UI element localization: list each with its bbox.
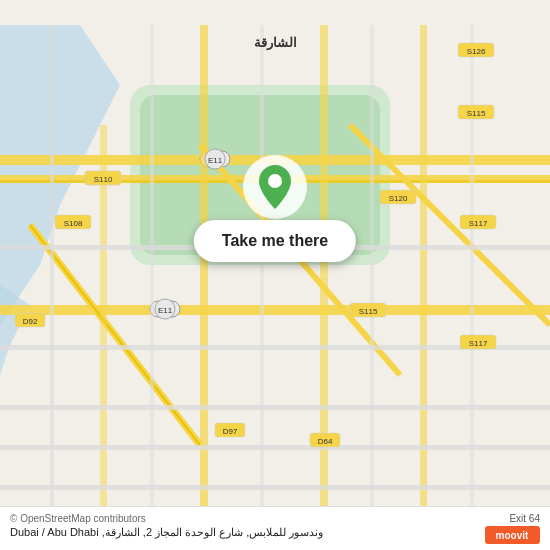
svg-rect-22: [0, 405, 550, 410]
map-container: S126 S115 S110 S108 S120 S117 S115 S117 …: [0, 0, 550, 550]
svg-text:S117: S117: [469, 339, 488, 348]
exit-badge: Exit 64: [509, 513, 540, 524]
svg-text:S115: S115: [467, 109, 486, 118]
svg-text:E11: E11: [158, 306, 173, 315]
svg-rect-29: [470, 25, 474, 525]
map-pin: [243, 155, 307, 219]
svg-rect-26: [150, 25, 154, 525]
pin-background: [243, 155, 307, 219]
svg-text:S120: S120: [389, 194, 408, 203]
map-background: S126 S115 S110 S108 S120 S117 S115 S117 …: [0, 0, 550, 550]
moovit-logo: moovit: [485, 526, 540, 544]
svg-point-57: [268, 174, 282, 188]
location-arabic: وندسور للملابس, شارع الوحدة المجاز 2, ال…: [10, 526, 323, 539]
svg-rect-25: [50, 25, 54, 525]
svg-text:S115: S115: [359, 307, 378, 316]
svg-text:S110: S110: [94, 175, 113, 184]
bottom-bar: © OpenStreetMap contributors وندسور للمل…: [0, 506, 550, 550]
svg-text:moovit: moovit: [496, 530, 529, 541]
svg-rect-23: [0, 445, 550, 450]
svg-text:الشارقة: الشارقة: [254, 35, 297, 51]
svg-text:D97: D97: [223, 427, 238, 436]
svg-rect-28: [370, 25, 374, 525]
svg-text:E11: E11: [208, 156, 223, 165]
svg-rect-24: [0, 485, 550, 490]
attribution-text: © OpenStreetMap contributors: [10, 513, 323, 524]
svg-rect-27: [260, 25, 264, 525]
svg-text:S108: S108: [64, 219, 83, 228]
svg-text:D92: D92: [23, 317, 38, 326]
take-me-there-button[interactable]: Take me there: [194, 220, 356, 262]
pin-shape: [257, 165, 293, 209]
svg-text:S126: S126: [467, 47, 486, 56]
svg-rect-10: [0, 305, 550, 315]
svg-text:S117: S117: [469, 219, 488, 228]
svg-text:D64: D64: [318, 437, 333, 446]
